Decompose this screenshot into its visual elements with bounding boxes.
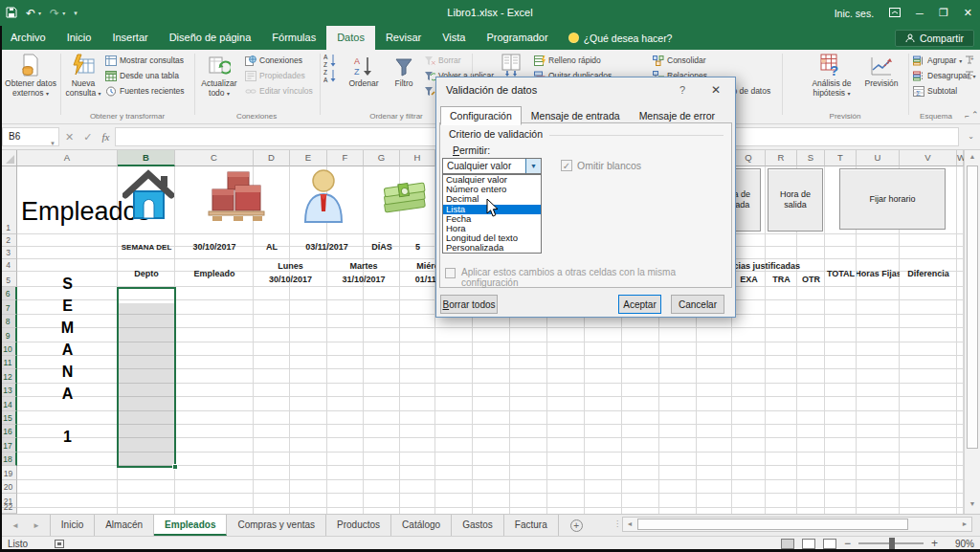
refresh-all-button[interactable]: Actualizar todo ▾ <box>197 52 241 109</box>
vertical-scrollbar[interactable]: ▲ ▼ <box>964 150 980 514</box>
column-header-F[interactable]: F <box>327 150 364 166</box>
row-header-8[interactable]: 8 <box>0 315 17 328</box>
column-header-G[interactable]: G <box>364 150 400 166</box>
vertical-scroll-thumb[interactable] <box>967 166 978 449</box>
ribbon-tab-insertar[interactable]: Insertar <box>101 26 158 50</box>
group-button[interactable]: Agrupar ▾ <box>913 54 962 67</box>
zoom-in-icon[interactable]: + <box>931 537 938 550</box>
column-header-T[interactable]: T <box>825 150 857 166</box>
clear-all-button[interactable]: Borrar todos <box>440 295 498 314</box>
zoom-out-icon[interactable]: − <box>844 537 851 550</box>
dialog-tab-configuraci-n[interactable]: Configuración <box>440 106 522 125</box>
sort-button[interactable]: AZ Ordenar <box>343 52 385 109</box>
zoom-slider[interactable] <box>858 542 924 544</box>
ribbon-tab-programador[interactable]: Programador <box>476 26 558 50</box>
record-macro-icon[interactable] <box>55 540 64 548</box>
row-header-12[interactable]: 12 <box>0 369 17 383</box>
expand-formula-bar-icon[interactable]: ⌄ <box>968 132 974 141</box>
normal-view-icon[interactable] <box>781 539 794 549</box>
connections-button[interactable]: Conexiones <box>245 54 302 67</box>
sheet-nav-left-icon[interactable]: ◄ <box>11 521 19 530</box>
flash-fill-button[interactable]: Relleno rápido <box>534 54 601 67</box>
money-icon[interactable] <box>381 182 429 220</box>
row-header-19[interactable]: 19 <box>0 466 17 480</box>
row-header-9[interactable]: 9 <box>0 328 17 342</box>
person-icon[interactable] <box>301 168 346 227</box>
row-header-11[interactable]: 11 <box>0 356 17 369</box>
dialog-close-button[interactable]: ✕ <box>711 83 721 97</box>
boxes-pallet-icon[interactable] <box>205 168 268 226</box>
row-header-10[interactable]: 10 <box>0 342 17 356</box>
get-external-data-button[interactable]: Obtener datos externos ▾ <box>4 52 57 109</box>
fijar-horario-button[interactable]: Fijar horario <box>839 168 946 230</box>
row-header-1[interactable]: 1 <box>0 166 17 234</box>
sheet-nav-right-icon[interactable]: ► <box>33 521 40 530</box>
column-header-B[interactable]: B <box>118 150 175 166</box>
row-header-14[interactable]: 14 <box>0 397 17 410</box>
row-header-13[interactable]: 13 <box>0 384 17 397</box>
share-button[interactable]: Compartir <box>895 30 974 47</box>
column-header-A[interactable]: A <box>17 150 118 166</box>
ribbon-tab-datos[interactable]: Datos <box>326 26 375 50</box>
column-header-Q[interactable]: Q <box>732 150 766 166</box>
column-header-S[interactable]: S <box>797 150 825 166</box>
column-header-D[interactable]: D <box>254 150 290 166</box>
column-header-H[interactable]: H <box>400 150 435 166</box>
ribbon-tab-inicio[interactable]: Inicio <box>56 26 102 50</box>
new-query-button[interactable]: Nueva consulta ▾ <box>64 52 102 109</box>
row-header-15[interactable]: 15 <box>0 411 17 425</box>
row-header-5[interactable]: 5 <box>0 272 17 287</box>
row-header-20[interactable]: 20 <box>0 480 17 495</box>
from-table-button[interactable]: Desde una tabla <box>105 69 179 82</box>
zoom-slider-thumb[interactable] <box>889 538 895 549</box>
forecast-sheet-button[interactable]: Previsión <box>860 52 902 109</box>
row-header-16[interactable]: 16 <box>0 425 17 438</box>
scroll-up-icon[interactable]: ▲ <box>965 153 980 160</box>
consolidate-button[interactable]: Consolidar <box>653 54 706 67</box>
ribbon-tab-revisar[interactable]: Revisar <box>375 26 432 50</box>
scroll-right-icon[interactable]: ► <box>958 518 971 531</box>
column-header-C[interactable]: C <box>175 150 254 166</box>
ribbon-tab-f-rmulas[interactable]: Fórmulas <box>261 26 326 50</box>
sheet-tab-gastos[interactable]: Gastos <box>452 515 504 536</box>
minimize-button[interactable]: ─ <box>916 8 924 19</box>
row-header-17[interactable]: 17 <box>0 438 17 452</box>
combobox-dropdown-icon[interactable]: ▼ <box>525 159 541 173</box>
column-header-U[interactable]: U <box>857 150 900 166</box>
row-header-18[interactable]: 18 <box>0 453 17 466</box>
sheet-tab-factura[interactable]: Factura <box>504 515 559 536</box>
horizontal-scrollbar[interactable]: ◄ ► <box>622 517 972 532</box>
house-icon[interactable] <box>122 168 174 228</box>
show-queries-button[interactable]: Mostrar consultas <box>105 54 184 67</box>
close-button[interactable]: ✕ <box>964 7 972 19</box>
filter-button[interactable]: Filtro <box>387 52 421 109</box>
tab-scroll-splitter[interactable]: ⋮ <box>613 519 621 528</box>
sort-za-button[interactable]: ZA <box>323 70 340 83</box>
insert-function-icon[interactable]: fx <box>101 131 109 143</box>
scroll-left-icon[interactable]: ◄ <box>623 518 636 531</box>
row-header-6[interactable]: 6 <box>0 287 17 300</box>
scroll-down-icon[interactable]: ▼ <box>965 500 980 507</box>
page-layout-view-icon[interactable] <box>802 539 815 549</box>
ribbon-tab-archivo[interactable]: Archivo <box>0 26 56 50</box>
ribbon-tab-vista[interactable]: Vista <box>432 26 476 50</box>
outline-dialog-launcher-icon[interactable]: ⌐ <box>965 112 969 121</box>
row-header-2[interactable]: 2 <box>0 234 17 247</box>
sheet-tab-compras-y-ventas[interactable]: Compras y ventas <box>227 515 326 536</box>
sign-in-link[interactable]: Inic. ses. <box>835 8 874 19</box>
hide-detail-icon[interactable]: - <box>965 69 974 82</box>
cancel-button[interactable]: Cancelar <box>671 295 724 314</box>
restore-button[interactable]: ❐ <box>939 7 948 19</box>
column-header-R[interactable]: R <box>766 150 797 166</box>
sheet-tab-empleados[interactable]: Empleados <box>154 515 227 536</box>
recent-sources-button[interactable]: Fuentes recientes <box>105 84 185 98</box>
fill-handle[interactable] <box>172 464 178 470</box>
cancel-entry-icon[interactable]: ✕ <box>65 131 74 144</box>
ok-button[interactable]: Aceptar <box>618 295 661 314</box>
subtotal-button[interactable]: Σ Subtotal <box>913 84 957 98</box>
name-box[interactable]: B6 ▼ <box>2 127 59 146</box>
dialog-help-button[interactable]: ? <box>679 84 685 96</box>
sheet-tab-almac-n[interactable]: Almacén <box>95 515 154 536</box>
tell-me-box[interactable]: ¿Qué desea hacer? <box>568 26 673 50</box>
collapse-ribbon-icon[interactable]: ⌃ <box>971 110 979 120</box>
